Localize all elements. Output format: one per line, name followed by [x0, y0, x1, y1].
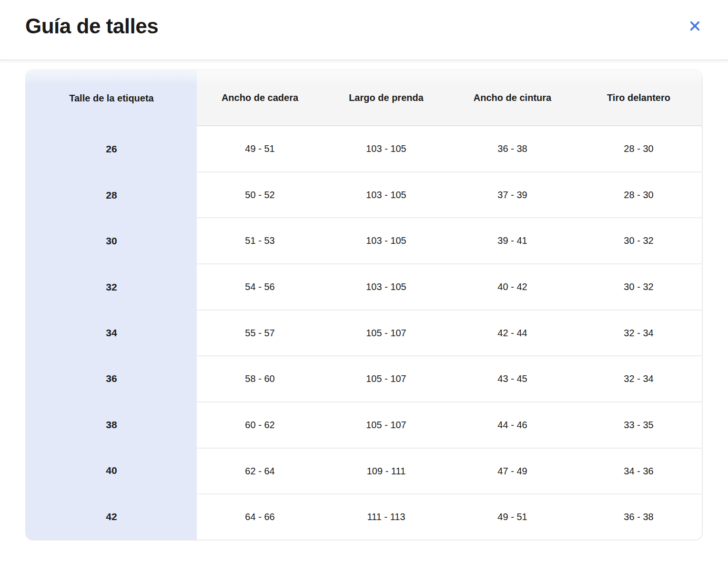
measurement-cell: 44 - 46 [449, 402, 576, 448]
measurement-cell: 105 - 107 [323, 311, 449, 356]
column-header: Tiro delantero [576, 70, 702, 125]
size-label-cell: 32 [26, 264, 197, 310]
measurement-cell: 37 - 39 [449, 172, 576, 218]
measurement-cell: 60 - 62 [197, 402, 323, 448]
measurement-cell: 49 - 51 [449, 494, 576, 540]
measurement-cell: 103 - 105 [323, 172, 449, 218]
measurement-cell: 47 - 49 [449, 449, 576, 494]
table-row: 51 - 53103 - 10539 - 4130 - 32 [197, 217, 702, 263]
table-row: 62 - 64109 - 11147 - 4934 - 36 [197, 448, 702, 494]
column-header-size-label: Talle de la etiqueta [26, 70, 197, 126]
measurement-cell: 30 - 32 [576, 264, 702, 310]
table-row: 58 - 60105 - 10743 - 4532 - 34 [197, 355, 702, 401]
measurement-cell: 103 - 105 [323, 218, 449, 263]
measurement-cell: 28 - 30 [576, 126, 702, 171]
column-header: Largo de prenda [323, 70, 449, 125]
column-header: Ancho de cintura [449, 70, 576, 125]
table-row: 49 - 51103 - 10536 - 3828 - 30 [197, 126, 702, 171]
measurement-cell: 62 - 64 [197, 449, 323, 494]
data-rows: 49 - 51103 - 10536 - 3828 - 3050 - 52103… [197, 126, 702, 540]
measurement-cell: 51 - 53 [197, 218, 323, 263]
close-icon [688, 20, 701, 32]
measurement-cell: 54 - 56 [197, 264, 323, 310]
size-label-cell: 26 [26, 126, 197, 172]
measurement-cell: 33 - 35 [576, 402, 702, 448]
measurement-cell: 39 - 41 [449, 218, 576, 263]
measurement-cell: 103 - 105 [323, 126, 449, 171]
measurement-cell: 36 - 38 [449, 126, 576, 171]
measurement-cell: 36 - 38 [576, 494, 702, 540]
measurement-cell: 58 - 60 [197, 356, 323, 401]
column-header: Ancho de cadera [197, 70, 323, 125]
table-row: 64 - 66111 - 11349 - 5136 - 38 [197, 493, 702, 540]
size-label-cell: 36 [26, 356, 197, 401]
measurement-cell: 32 - 34 [576, 356, 702, 401]
data-header-row: Ancho de caderaLargo de prendaAncho de c… [197, 70, 702, 126]
measurement-cell: 32 - 34 [576, 311, 702, 356]
measurement-cell: 55 - 57 [197, 311, 323, 356]
table-row: 60 - 62105 - 10744 - 4633 - 35 [197, 401, 702, 448]
size-label-column: Talle de la etiqueta 262830323436384042 [26, 70, 197, 540]
measurement-cell: 105 - 107 [323, 356, 449, 401]
measurement-cell: 50 - 52 [197, 172, 323, 218]
measurement-cell: 34 - 36 [576, 449, 702, 494]
page-title: Guía de talles [25, 14, 158, 38]
measurement-cell: 42 - 44 [449, 311, 576, 356]
measurement-cell: 111 - 113 [323, 494, 449, 540]
close-button[interactable] [687, 18, 703, 34]
size-label-cell: 40 [26, 448, 197, 493]
measurement-cell: 49 - 51 [197, 126, 323, 171]
measurement-cell: 103 - 105 [323, 264, 449, 310]
table-row: 55 - 57105 - 10742 - 4432 - 34 [197, 310, 702, 356]
measurements-area: Ancho de caderaLargo de prendaAncho de c… [197, 70, 702, 540]
measurement-cell: 105 - 107 [323, 402, 449, 448]
table-row: 50 - 52103 - 10537 - 3928 - 30 [197, 171, 702, 218]
table-row: 54 - 56103 - 10540 - 4230 - 32 [197, 263, 702, 310]
size-label-cell: 42 [26, 494, 197, 540]
size-label-cell: 28 [26, 172, 197, 218]
size-guide-table: Talle de la etiqueta 262830323436384042 … [25, 69, 703, 541]
measurement-cell: 30 - 32 [576, 218, 702, 263]
measurement-cell: 28 - 30 [576, 172, 702, 218]
measurement-cell: 40 - 42 [449, 264, 576, 310]
measurement-cell: 109 - 111 [323, 449, 449, 494]
size-label-cell: 30 [26, 218, 197, 264]
modal-header: Guía de talles [0, 0, 728, 60]
measurement-cell: 43 - 45 [449, 356, 576, 401]
size-label-cell: 34 [26, 310, 197, 356]
size-value-list: 262830323436384042 [26, 126, 197, 540]
measurement-cell: 64 - 66 [197, 494, 323, 540]
size-label-cell: 38 [26, 402, 197, 448]
